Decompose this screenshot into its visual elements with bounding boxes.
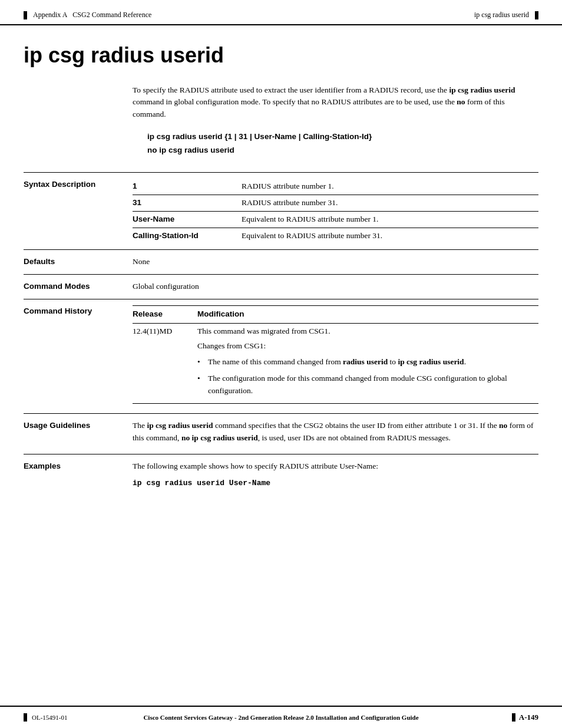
bullet1-before: The name of this command changed from bbox=[208, 357, 343, 366]
defaults-content: None bbox=[133, 256, 538, 268]
command-line-2: no ip csg radius userid bbox=[147, 146, 538, 154]
header-bar-left bbox=[24, 11, 27, 19]
intro-text-after1: command in global configuration mode. To… bbox=[133, 97, 457, 106]
defaults-value: None bbox=[133, 257, 150, 266]
syntax-param-4: Calling-Station-Id bbox=[133, 228, 242, 243]
history-col-release: Release bbox=[133, 306, 197, 324]
usage-bold3: no ip csg radius userid bbox=[181, 433, 258, 442]
content: To specify the RADIUS attribute used to … bbox=[0, 84, 562, 495]
bullet1-bold1: radius userid bbox=[343, 357, 388, 366]
footer-center-text: Cisco Content Services Gateway - 2nd Gen… bbox=[143, 714, 418, 721]
syntax-desc-2: RADIUS attribute number 31. bbox=[242, 195, 538, 211]
usage-text-after: , is used, user IDs are not obtained fro… bbox=[258, 433, 451, 442]
syntax-param-2: 31 bbox=[133, 195, 242, 211]
command-modes-content: Global configuration bbox=[133, 281, 538, 293]
syntax-description-content: 1 RADIUS attribute number 1. 31 RADIUS a… bbox=[133, 179, 538, 244]
command-syntax-block: ip csg radius userid {1 | 31 | User-Name… bbox=[147, 132, 538, 154]
header-right: ip csg radius userid bbox=[474, 11, 538, 19]
examples-content: The following example shows how to speci… bbox=[133, 460, 538, 489]
footer-right: A-149 bbox=[468, 713, 538, 722]
syntax-param-3: User-Name bbox=[133, 211, 242, 228]
bullet1-after: . bbox=[464, 357, 466, 366]
syntax-row-3: User-Name Equivalent to RADIUS attribute… bbox=[133, 211, 538, 228]
syntax-desc-3: Equivalent to RADIUS attribute number 1. bbox=[242, 211, 538, 228]
history-bullet-2: The configuration mode for this command … bbox=[197, 373, 534, 397]
syntax-description-section: Syntax Description 1 RADIUS attribute nu… bbox=[24, 172, 538, 250]
history-header-row: Release Modification bbox=[133, 306, 538, 324]
footer-page-number: A-149 bbox=[519, 713, 538, 722]
history-changes-label: Changes from CSG1: bbox=[197, 340, 534, 353]
intro-text-before: To specify the RADIUS attribute used to … bbox=[133, 85, 449, 94]
history-modification-1: This command was migrated from CSG1. Cha… bbox=[197, 324, 538, 404]
header-right-title: ip csg radius userid bbox=[474, 11, 529, 19]
page-footer: OL-15491-01 Cisco Content Services Gatew… bbox=[0, 706, 562, 728]
history-bullets: The name of this command changed from ra… bbox=[197, 356, 534, 397]
usage-guidelines-content: The ip csg radius userid command specifi… bbox=[133, 420, 538, 444]
intro-bold2: no bbox=[457, 97, 465, 106]
syntax-param-1: 1 bbox=[133, 179, 242, 195]
intro-bold1: ip csg radius userid bbox=[449, 85, 515, 94]
syntax-desc-1: RADIUS attribute number 1. bbox=[242, 179, 538, 195]
syntax-description-label: Syntax Description bbox=[24, 179, 133, 244]
command-history-content: Release Modification 12.4(11)MD This com… bbox=[133, 305, 538, 404]
examples-code: ip csg radius userid User-Name bbox=[133, 477, 538, 489]
bullet1-mid: to bbox=[388, 357, 398, 366]
command-line-1: ip csg radius userid {1 | 31 | User-Name… bbox=[147, 132, 538, 141]
usage-text-mid1: command specifies that the CSG2 obtains … bbox=[213, 421, 500, 430]
syntax-table: 1 RADIUS attribute number 1. 31 RADIUS a… bbox=[133, 179, 538, 244]
command-modes-value: Global configuration bbox=[133, 282, 199, 291]
usage-guidelines-section: Usage Guidelines The ip csg radius useri… bbox=[24, 413, 538, 450]
bullet2-text: The configuration mode for this command … bbox=[208, 374, 507, 394]
history-table: Release Modification 12.4(11)MD This com… bbox=[133, 305, 538, 404]
footer-center: Cisco Content Services Gateway - 2nd Gen… bbox=[94, 714, 468, 721]
examples-section: Examples The following example shows how… bbox=[24, 454, 538, 495]
history-row-1: 12.4(11)MD This command was migrated fro… bbox=[133, 324, 538, 404]
chapter-title: CSG2 Command Reference bbox=[72, 11, 151, 19]
syntax-desc-4: Equivalent to RADIUS attribute number 31… bbox=[242, 228, 538, 243]
header-bar-right bbox=[535, 11, 538, 19]
history-col-modification: Modification bbox=[197, 306, 538, 324]
defaults-label: Defaults bbox=[24, 256, 133, 268]
examples-label: Examples bbox=[24, 460, 133, 489]
page-header: Appendix A CSG2 Command Reference ip csg… bbox=[0, 0, 562, 25]
usage-bold2: no bbox=[499, 421, 507, 430]
syntax-row-4: Calling-Station-Id Equivalent to RADIUS … bbox=[133, 228, 538, 243]
command-history-label: Command History bbox=[24, 305, 133, 404]
syntax-row-2: 31 RADIUS attribute number 31. bbox=[133, 195, 538, 211]
intro-paragraph: To specify the RADIUS attribute used to … bbox=[133, 84, 538, 120]
footer-bar-left bbox=[24, 713, 27, 722]
history-bullet-1: The name of this command changed from ra… bbox=[197, 356, 534, 368]
history-release-1: 12.4(11)MD bbox=[133, 324, 197, 404]
footer-left: OL-15491-01 bbox=[24, 713, 94, 722]
footer-doc-number: OL-15491-01 bbox=[32, 714, 68, 721]
appendix-label: Appendix A bbox=[33, 11, 67, 19]
page-title: ip csg radius userid bbox=[24, 43, 538, 68]
history-mod-intro: This command was migrated from CSG1. bbox=[197, 325, 534, 338]
command-modes-section: Command Modes Global configuration bbox=[24, 274, 538, 299]
usage-text-before: The bbox=[133, 421, 147, 430]
usage-bold1: ip csg radius userid bbox=[147, 421, 213, 430]
syntax-row-1: 1 RADIUS attribute number 1. bbox=[133, 179, 538, 195]
footer-bar-right bbox=[512, 713, 515, 722]
examples-intro: The following example shows how to speci… bbox=[133, 460, 538, 473]
header-left: Appendix A CSG2 Command Reference bbox=[24, 11, 151, 19]
command-modes-label: Command Modes bbox=[24, 281, 133, 293]
bullet1-bold2: ip csg radius userid bbox=[398, 357, 464, 366]
command-history-section: Command History Release Modification 12.… bbox=[24, 299, 538, 410]
defaults-section: Defaults None bbox=[24, 249, 538, 274]
usage-guidelines-label: Usage Guidelines bbox=[24, 420, 133, 444]
